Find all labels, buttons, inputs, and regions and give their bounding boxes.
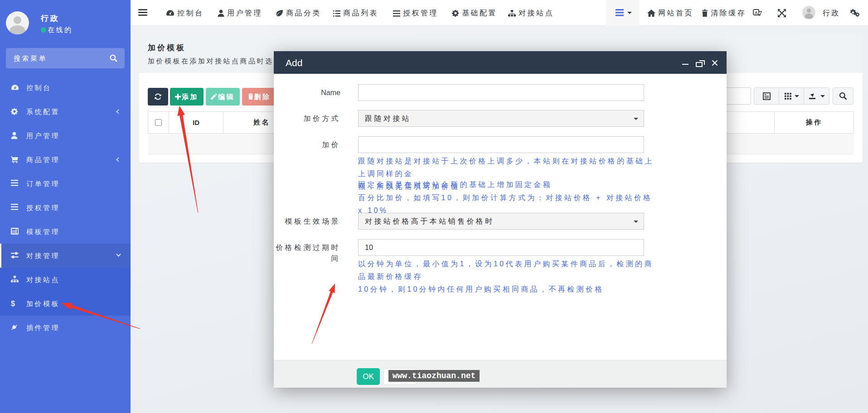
svg-text:A: A <box>755 10 758 15</box>
svg-text:$: $ <box>11 300 15 307</box>
